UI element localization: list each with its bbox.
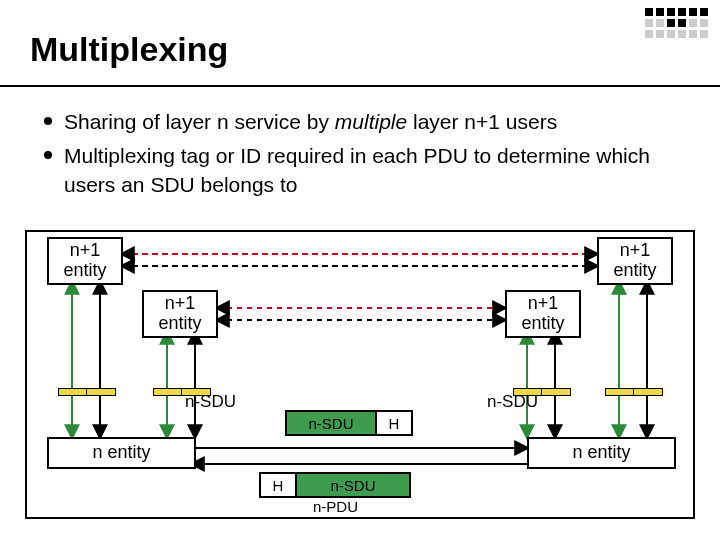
box-n-entity-right: n entity <box>527 437 676 469</box>
box-pdu-sdu-top: n-SDU <box>285 410 377 436</box>
box-pdu-h-bot: H <box>259 472 297 498</box>
label-sdu-left: n-SDU <box>185 392 236 412</box>
box-pdu-h-top: H <box>375 410 413 436</box>
bullet-icon <box>44 151 52 159</box>
label-sdu-right: n-SDU <box>487 392 538 412</box>
bullet-text-1: Sharing of layer n service by multiple l… <box>64 108 557 136</box>
box-n-entity-left: n entity <box>47 437 196 469</box>
bullet-item: Multiplexing tag or ID required in each … <box>44 142 684 199</box>
sap-pill <box>58 388 88 396</box>
diagram-frame: n+1 entity n+1 entity n+1 entity n+1 ent… <box>25 230 695 519</box>
sap-pill <box>86 388 116 396</box>
sap-pill <box>541 388 571 396</box>
box-n1-entity-left-a: n+1 entity <box>47 237 123 285</box>
sap-pill <box>605 388 635 396</box>
box-n1-entity-right-b: n+1 entity <box>505 290 581 338</box>
label-npdu: n-PDU <box>313 498 358 515</box>
slide: Multiplexing Sharing of layer n service … <box>0 0 720 540</box>
bullet-item: Sharing of layer n service by multiple l… <box>44 108 684 136</box>
bullet-list: Sharing of layer n service by multiple l… <box>44 108 684 205</box>
bullet-icon <box>44 117 52 125</box>
box-pdu-sdu-bot: n-SDU <box>295 472 411 498</box>
sap-pill <box>153 388 183 396</box>
box-n1-entity-left-b: n+1 entity <box>142 290 218 338</box>
box-n1-entity-right-a: n+1 entity <box>597 237 673 285</box>
decoration-dots <box>645 8 708 38</box>
sap-pill <box>633 388 663 396</box>
slide-title: Multiplexing <box>30 30 228 69</box>
bullet-text-2: Multiplexing tag or ID required in each … <box>64 142 684 199</box>
title-divider <box>0 85 720 87</box>
